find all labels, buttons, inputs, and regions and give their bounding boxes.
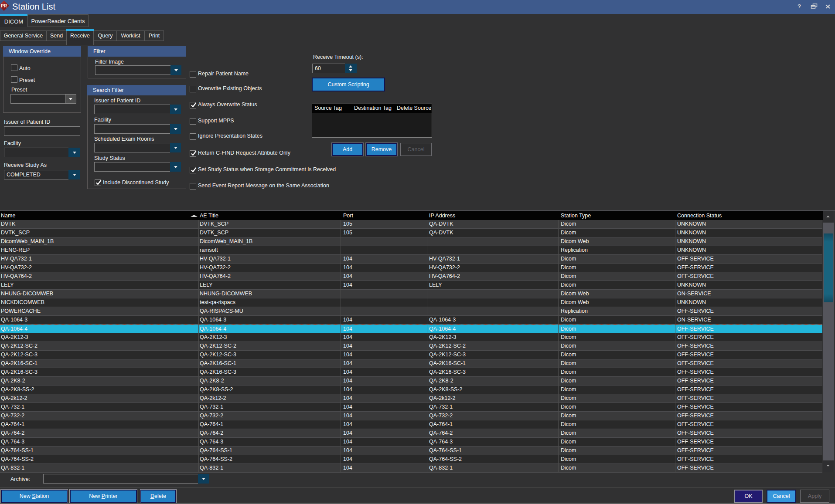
svg-text:PR: PR — [1, 3, 7, 8]
